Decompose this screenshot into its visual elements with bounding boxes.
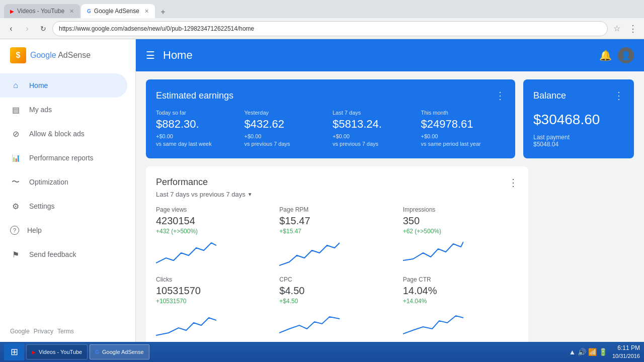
metric-cpc-label: CPC — [279, 276, 394, 283]
content-area: Estimated earnings ⋮ Today so far $882.3… — [136, 71, 644, 342]
performance-metrics-grid: Page views 4230154 +432 (+>500%) Page RP… — [156, 206, 518, 338]
performance-card-menu-icon[interactable]: ⋮ — [508, 176, 518, 189]
estimated-earnings-card: Estimated earnings ⋮ Today so far $882.3… — [146, 79, 515, 158]
balance-card-title: Balance — [533, 90, 566, 101]
hamburger-menu-icon[interactable]: ☰ — [146, 49, 155, 61]
metric-page-ctr-value: 14.04% — [403, 285, 518, 297]
sparkline-cpc — [279, 308, 340, 338]
url-text: https://www.google.com/adsense/new/u/0/p… — [59, 25, 254, 32]
sidebar-item-my-ads[interactable]: ▤ My ads — [0, 98, 127, 122]
back-button[interactable]: ‹ — [4, 22, 18, 36]
sidebar-item-help-label: Help — [27, 226, 42, 234]
browser-menu-icon[interactable]: ⋮ — [626, 22, 640, 36]
performance-card-header: Performance ⋮ — [156, 176, 518, 189]
browser-toolbar: ‹ › ↻ https://www.google.com/adsense/new… — [0, 18, 644, 39]
earning-this-month: This month $24978.61 +$0.00 vs same peri… — [421, 110, 506, 148]
earning-today-value: $882.30. — [156, 118, 240, 131]
forward-button[interactable]: › — [20, 22, 34, 36]
sidebar-item-performance-label: Performance reports — [29, 154, 94, 162]
balance-last-payment: Last payment $5048.04 — [533, 134, 624, 148]
taskbar-adsense-label: Google AdSense — [102, 349, 144, 355]
balance-card-menu-icon[interactable]: ⋮ — [614, 89, 624, 102]
earnings-grid: Today so far $882.30. +$0.00 vs same day… — [156, 110, 505, 148]
performance-icon: 📊 — [10, 154, 21, 162]
sidebar-item-optimization[interactable]: 〜 Optimization — [0, 170, 127, 194]
earning-yesterday-label: Yesterday — [245, 110, 329, 116]
allow-block-icon: ⊘ — [10, 129, 21, 139]
page-title: Home — [163, 49, 591, 62]
adsense-tab-label: Google AdSense — [94, 8, 139, 15]
top-bar-icons: 🔔 👤 — [599, 47, 634, 63]
yt-tab-close[interactable]: ✕ — [69, 8, 74, 15]
avatar[interactable]: 👤 — [618, 47, 634, 63]
metric-page-rpm-change: +$15.47 — [279, 228, 394, 235]
sidebar-item-my-ads-label: My ads — [29, 106, 52, 114]
taskbar-app-adsense[interactable]: G Google AdSense — [90, 344, 149, 359]
taskbar-app-yt[interactable]: ▶ Videos - YouTube — [26, 344, 88, 359]
performance-subtitle: Last 7 days vs previous 7 days ▼ — [156, 191, 518, 198]
metric-page-views-change: +432 (+>500%) — [156, 228, 271, 235]
earning-month-label: This month — [421, 110, 506, 116]
earning-today: Today so far $882.30. +$0.00 vs same day… — [156, 110, 240, 148]
top-bar: ☰ Home 🔔 👤 — [136, 39, 644, 71]
earnings-card-menu-icon[interactable]: ⋮ — [495, 89, 505, 102]
metric-page-views: Page views 4230154 +432 (+>500%) — [156, 206, 271, 268]
earning-month-change: +$0.00 vs same period last year — [421, 133, 506, 148]
taskbar-yt-icon: ▶ — [32, 349, 36, 355]
sidebar-item-help[interactable]: ? Help — [0, 218, 127, 242]
footer-terms-link[interactable]: Terms — [57, 328, 74, 335]
metric-page-ctr: Page CTR 14.04% +14.04% — [403, 276, 518, 338]
feedback-icon: ⚑ — [10, 250, 21, 259]
address-bar[interactable]: https://www.google.com/adsense/new/u/0/p… — [52, 21, 608, 36]
bell-icon[interactable]: 🔔 — [599, 49, 612, 61]
metric-clicks: Clicks 10531570 +10531570 — [156, 276, 271, 338]
metric-cpc-value: $4.50 — [279, 285, 394, 297]
sidebar: $ Google AdSense ⌂ Home ▤ My ads ⊘ Allow… — [0, 39, 136, 342]
yt-tab-label: Videos - YouTube — [17, 8, 64, 15]
performance-dropdown-icon[interactable]: ▼ — [248, 192, 253, 197]
earning-today-change: +$0.00 vs same day last week — [156, 133, 240, 148]
sidebar-item-home[interactable]: ⌂ Home — [0, 73, 127, 98]
earning-yesterday: Yesterday $432.62 +$0.00 vs previous 7 d… — [245, 110, 329, 148]
metric-impressions-chart — [403, 238, 518, 268]
app-container: $ Google AdSense ⌂ Home ▤ My ads ⊘ Allow… — [0, 39, 644, 342]
metric-impressions-change: +62 (+>500%) — [403, 228, 518, 235]
balance-card-header: Balance ⋮ — [533, 89, 624, 102]
taskbar-clock: 6:11 PM 10/31/2016 — [612, 344, 640, 359]
performance-card: Performance ⋮ Last 7 days vs previous 7 … — [146, 166, 528, 342]
metric-impressions: Impressions 350 +62 (+>500%) — [403, 206, 518, 268]
sidebar-item-performance[interactable]: 📊 Performance reports — [0, 146, 127, 170]
earning-7days-label: Last 7 days — [333, 110, 417, 116]
start-button[interactable]: ⊞ — [4, 343, 24, 360]
metric-impressions-value: 350 — [403, 215, 518, 227]
taskbar-time: 6:11 PM — [612, 344, 640, 352]
sparkline-impressions — [403, 238, 463, 268]
tab-adsense[interactable]: G Google AdSense ✕ — [81, 4, 155, 18]
taskbar-sys-icons: ▲ 🔊 📶 🔋 — [569, 348, 607, 356]
sidebar-item-allow-block[interactable]: ⊘ Allow & block ads — [0, 122, 127, 146]
metric-page-views-label: Page views — [156, 206, 271, 213]
sidebar-item-feedback[interactable]: ⚑ Send feedback — [0, 242, 127, 266]
metric-cpc: CPC $4.50 +$4.50 — [279, 276, 394, 338]
metric-clicks-chart — [156, 308, 271, 338]
earning-month-value: $24978.61 — [421, 118, 506, 131]
sparkline-page-rpm — [279, 238, 340, 268]
taskbar: ⊞ ▶ Videos - YouTube G Google AdSense ▲ … — [0, 342, 644, 362]
sparkline-page-ctr — [403, 308, 463, 338]
balance-last-payment-label: Last payment — [533, 134, 624, 141]
footer-privacy-link[interactable]: Privacy — [34, 328, 53, 335]
earning-yesterday-change: +$0.00 vs previous 7 days — [245, 133, 329, 148]
new-tab-button[interactable]: + — [156, 6, 170, 18]
refresh-button[interactable]: ↻ — [36, 22, 50, 36]
metric-impressions-label: Impressions — [403, 206, 518, 213]
sidebar-item-settings[interactable]: ⚙ Settings — [0, 194, 127, 218]
tab-youtube[interactable]: ▶ Videos - YouTube ✕ — [4, 4, 80, 18]
sidebar-logo: $ Google AdSense — [0, 39, 135, 71]
taskbar-date: 10/31/2016 — [612, 352, 640, 359]
taskbar-yt-label: Videos - YouTube — [39, 349, 82, 355]
adsense-tab-close[interactable]: ✕ — [144, 8, 149, 15]
sidebar-item-feedback-label: Send feedback — [29, 250, 76, 258]
footer-google-link[interactable]: Google — [10, 328, 30, 335]
bookmark-star-icon[interactable]: ☆ — [610, 22, 624, 36]
metric-page-ctr-chart — [403, 308, 518, 338]
